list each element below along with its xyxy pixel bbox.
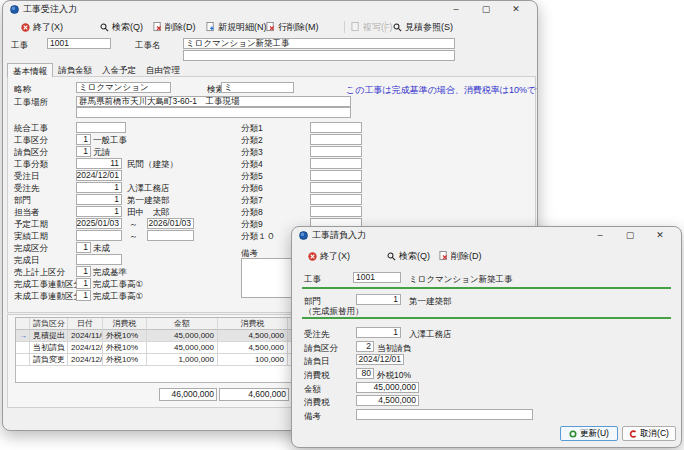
location-input[interactable]: 群馬県前橋市天川大島町3-60-1 工事現場: [76, 96, 351, 107]
tax-amount-input[interactable]: 4,500,000: [356, 395, 419, 406]
category-6-input[interactable]: [310, 182, 362, 193]
column-header: 請負区分: [30, 318, 68, 330]
sales-recording-type-input[interactable]: 1: [76, 266, 91, 277]
delete-icon: [153, 22, 162, 32]
integrated-project-input[interactable]: [76, 122, 126, 133]
table-cell: 2024/12/01: [68, 342, 103, 354]
table-cell: 見積提出: [30, 330, 68, 342]
delete-button[interactable]: 削除(D): [153, 19, 196, 35]
selector-cell: [16, 342, 30, 354]
project-type-input[interactable]: 1: [76, 134, 91, 145]
tab-basic-info[interactable]: 基本情報: [7, 63, 53, 77]
estimate-ref-button[interactable]: 見積参照(S): [393, 19, 453, 35]
sub-toolbar: 終了(X) 検索(Q) 削除(D): [292, 248, 681, 264]
actual-period-end-input[interactable]: [147, 230, 194, 241]
planned-period-start-input[interactable]: 2025/01/03: [76, 218, 122, 229]
project-class-input[interactable]: 11: [76, 158, 122, 169]
tab-contract-amount[interactable]: 請負金額: [53, 63, 97, 77]
search-button[interactable]: 検索(Q): [387, 248, 430, 264]
project-code-label: 工事: [304, 274, 321, 286]
category-7-input[interactable]: [310, 194, 362, 205]
uncompleted-link-type-input[interactable]: 1: [76, 290, 91, 301]
category-8-input[interactable]: [310, 206, 362, 217]
close-icon[interactable]: ✕: [501, 2, 531, 17]
green-divider: [302, 317, 671, 319]
total-amount-field: 46,000,000: [159, 388, 217, 401]
contract-date-input[interactable]: 2024/12/01: [356, 354, 404, 365]
search-button[interactable]: 検索(Q): [100, 19, 143, 35]
category-label: 分類6: [241, 183, 263, 195]
category-2-input[interactable]: [310, 134, 362, 145]
minimize-icon[interactable]: –: [441, 2, 471, 17]
table-cell: 外税10%: [103, 354, 147, 366]
app-icon: [299, 231, 308, 240]
field-label: 受注先: [14, 183, 40, 195]
new-detail-button[interactable]: 新規明細(N): [206, 19, 267, 35]
amount-label: 金額: [304, 384, 321, 396]
update-icon: [569, 430, 577, 438]
project-name-input[interactable]: ミロクマンション新築工事: [183, 38, 455, 49]
department-input[interactable]: 1: [76, 194, 122, 205]
project-code-input[interactable]: 1001: [353, 272, 401, 283]
close-icon[interactable]: ✕: [645, 228, 675, 243]
completed-link-type-input[interactable]: 1: [76, 278, 91, 289]
category-3-input[interactable]: [310, 146, 362, 157]
field-label: 受注日: [14, 171, 40, 183]
contract-type-input[interactable]: 2: [356, 341, 374, 352]
amount-input[interactable]: 45,000,000: [356, 382, 419, 393]
cancel-button[interactable]: 取消(C): [622, 426, 676, 441]
toolbar-separator: [344, 21, 345, 33]
customer-input[interactable]: 1: [356, 327, 401, 338]
location2-input[interactable]: [76, 107, 351, 118]
project-name2-input[interactable]: [183, 50, 455, 61]
planned-period-end-input[interactable]: 2026/01/03: [147, 218, 194, 229]
toolbar-separator: [385, 21, 386, 33]
remarks-textarea[interactable]: [241, 258, 293, 298]
search-icon: [387, 252, 396, 261]
minimize-icon[interactable]: –: [585, 228, 615, 243]
row-delete-button[interactable]: 行削除(M): [266, 19, 319, 35]
current-row-arrow-icon: →: [16, 330, 30, 342]
customer-input[interactable]: 1: [76, 182, 122, 193]
tab-deposit-schedule[interactable]: 入金予定: [97, 63, 141, 77]
column-header: 日付: [68, 318, 103, 330]
department-input[interactable]: 1: [356, 294, 401, 305]
tab-strip: 基本情報 請負金額 入金予定 自由管理: [7, 63, 185, 77]
table-row[interactable]: → 見積提出 2024/11/01 外税10% 45,000,000 4,500…: [16, 330, 297, 342]
update-button[interactable]: 更新(U): [560, 426, 618, 441]
project-code-input[interactable]: 1001: [47, 38, 111, 49]
table-cell: 45,000,000: [147, 330, 218, 342]
tab-free-management[interactable]: 自由管理: [141, 63, 185, 77]
project-name-text: ミロクマンション新築工事: [409, 274, 513, 286]
category-1-input[interactable]: [310, 122, 362, 133]
tax-code-input[interactable]: 80: [356, 368, 374, 379]
category-label: 分類１０: [241, 231, 275, 243]
table-cell: 4,500,000: [218, 342, 288, 354]
category-5-input[interactable]: [310, 170, 362, 181]
contract-type-input[interactable]: 1: [76, 146, 91, 157]
field-label: 売上計上区分: [14, 267, 65, 279]
maximize-icon[interactable]: ▢: [471, 2, 501, 17]
order-date-input[interactable]: 2024/12/01: [76, 170, 122, 181]
completion-date-input[interactable]: [76, 254, 122, 265]
search-name-input[interactable]: ミ: [221, 82, 294, 93]
exit-icon: [308, 252, 317, 261]
person-input[interactable]: 1: [76, 206, 122, 217]
category-4-input[interactable]: [310, 158, 362, 169]
field-label: 完成区分: [14, 243, 48, 255]
remarks-input[interactable]: [356, 409, 533, 420]
table-row[interactable]: 請負変更 2024/12/02 外税10% 1,000,000 100,000: [16, 354, 297, 366]
table-row[interactable]: 当初請負 2024/12/01 外税10% 45,000,000 4,500,0…: [16, 342, 297, 354]
delete-button[interactable]: 削除(D): [439, 248, 482, 264]
table-cell: 45,000,000: [147, 342, 218, 354]
completion-type-input[interactable]: 1: [76, 242, 91, 253]
exit-button[interactable]: 終了(X): [21, 19, 63, 35]
maximize-icon[interactable]: ▢: [615, 228, 645, 243]
category-label: 分類5: [241, 171, 263, 183]
exit-button[interactable]: 終了(X): [308, 248, 350, 264]
cancel-icon: [629, 430, 637, 438]
total-tax-field: 4,600,000: [219, 388, 289, 401]
abbr-input[interactable]: ミロクマンション: [76, 82, 171, 93]
remarks-label: 備考: [304, 411, 321, 423]
actual-period-start-input[interactable]: [76, 230, 122, 241]
